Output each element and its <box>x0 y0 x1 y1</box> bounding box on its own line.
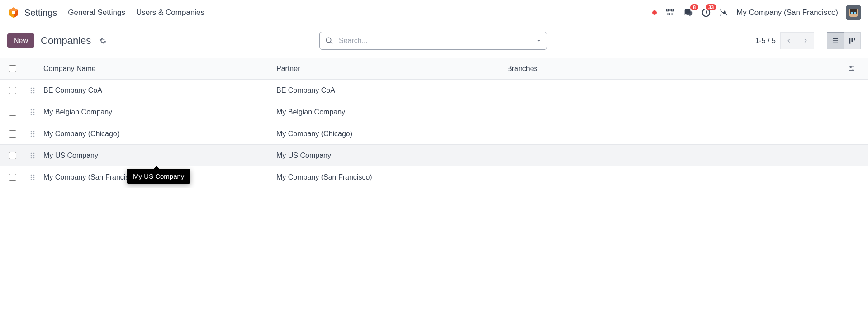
svg-point-28 <box>31 90 32 91</box>
svg-point-53 <box>33 176 35 178</box>
pager-range[interactable]: 1-5 / 5 <box>755 37 776 45</box>
nav-users-companies[interactable]: Users & Companies <box>136 8 204 17</box>
messages-badge: 8 <box>690 4 698 10</box>
header-branches[interactable]: Branches <box>507 65 843 73</box>
svg-point-45 <box>33 152 35 154</box>
svg-point-46 <box>31 155 32 156</box>
list-view-button[interactable] <box>827 32 844 49</box>
nav-general-settings[interactable]: General Settings <box>68 8 125 17</box>
pager-prev-button[interactable] <box>780 32 797 49</box>
header-partner[interactable]: Partner <box>276 65 507 73</box>
debug-tools-icon[interactable] <box>719 8 728 17</box>
svg-rect-19 <box>849 38 850 44</box>
table-row[interactable]: My Belgian Company My Belgian Company <box>0 101 868 123</box>
dialer-icon[interactable] <box>665 8 675 18</box>
svg-rect-4 <box>668 14 669 15</box>
svg-rect-21 <box>854 38 855 40</box>
svg-rect-1 <box>668 13 669 14</box>
svg-point-30 <box>31 92 32 93</box>
view-switcher <box>827 32 861 49</box>
app-logo[interactable] <box>7 6 20 19</box>
search-dropdown-toggle[interactable] <box>531 32 547 49</box>
pager-next-button[interactable] <box>797 32 814 49</box>
drag-handle-icon[interactable] <box>30 152 43 159</box>
svg-point-34 <box>31 111 32 113</box>
svg-point-23 <box>850 66 851 68</box>
row-checkbox[interactable] <box>9 130 16 138</box>
cell-partner: My Company (Chicago) <box>276 130 507 138</box>
svg-point-40 <box>31 133 32 134</box>
cell-partner: My Company (San Francisco) <box>276 173 507 181</box>
activities-badge: 33 <box>706 4 716 10</box>
cell-company-name: BE Company CoA <box>43 86 276 95</box>
svg-point-29 <box>33 90 35 91</box>
svg-rect-3 <box>672 13 673 14</box>
cell-partner: My US Company <box>276 152 507 160</box>
svg-point-27 <box>33 87 35 89</box>
breadcrumb-title[interactable]: Companies <box>41 35 91 47</box>
topbar-right: 8 33 My Company (San Francisco) <box>652 5 861 20</box>
messages-icon[interactable]: 8 <box>683 8 693 18</box>
user-avatar[interactable] <box>846 5 861 20</box>
svg-point-32 <box>31 109 32 110</box>
cell-company-name: My Belgian Company <box>43 108 276 116</box>
svg-rect-12 <box>851 12 853 14</box>
recording-indicator <box>652 10 657 15</box>
row-checkbox[interactable] <box>9 109 16 116</box>
svg-rect-2 <box>669 13 670 14</box>
drag-handle-icon[interactable] <box>30 130 43 138</box>
svg-point-0 <box>12 11 15 14</box>
drag-handle-icon[interactable] <box>30 109 43 116</box>
row-checkbox[interactable] <box>9 152 16 159</box>
pager: 1-5 / 5 <box>755 32 861 49</box>
topbar: Settings General Settings Users & Compan… <box>0 0 868 25</box>
view-settings-icon[interactable] <box>99 37 106 44</box>
svg-point-47 <box>33 155 35 156</box>
current-company[interactable]: My Company (San Francisco) <box>736 8 838 17</box>
svg-point-14 <box>326 38 331 43</box>
cell-partner: BE Company CoA <box>276 86 507 95</box>
svg-point-35 <box>33 111 35 113</box>
svg-point-54 <box>31 179 32 180</box>
svg-rect-20 <box>852 38 853 42</box>
new-button[interactable]: New <box>7 33 34 48</box>
table-row[interactable]: My Company (Chicago) My Company (Chicago… <box>0 123 868 145</box>
table-row[interactable]: My US Company My US Company My US Compan… <box>0 145 868 166</box>
search-box <box>319 32 547 50</box>
header-company-name[interactable]: Company Name <box>43 65 276 73</box>
cell-company-name: My Company (Chicago) <box>43 130 276 138</box>
svg-point-43 <box>33 135 35 137</box>
tooltip: My US Company <box>127 169 190 184</box>
svg-point-26 <box>31 87 32 89</box>
svg-point-55 <box>33 179 35 180</box>
kanban-view-button[interactable] <box>844 32 861 49</box>
drag-handle-icon[interactable] <box>30 87 43 94</box>
cell-partner: My Belgian Company <box>276 108 507 116</box>
control-bar: New Companies 1-5 / 5 <box>0 25 868 58</box>
activities-icon[interactable]: 33 <box>701 8 711 18</box>
table-header: Company Name Partner Branches <box>0 58 868 80</box>
row-checkbox[interactable] <box>9 87 16 94</box>
select-all-checkbox[interactable] <box>9 65 16 72</box>
app-title[interactable]: Settings <box>24 8 57 18</box>
svg-rect-5 <box>669 14 670 15</box>
drag-handle-icon[interactable] <box>30 174 43 181</box>
svg-point-37 <box>33 114 35 115</box>
row-checkbox[interactable] <box>9 174 16 181</box>
svg-point-41 <box>33 133 35 134</box>
search-icon <box>320 37 339 45</box>
svg-rect-6 <box>672 14 673 15</box>
svg-point-52 <box>31 176 32 178</box>
optional-columns-icon[interactable] <box>843 65 861 73</box>
table-row[interactable]: BE Company CoA BE Company CoA <box>0 80 868 101</box>
svg-point-42 <box>31 135 32 137</box>
svg-point-25 <box>852 70 854 71</box>
svg-point-39 <box>33 131 35 132</box>
svg-point-36 <box>31 114 32 115</box>
svg-rect-13 <box>854 12 856 14</box>
svg-rect-10 <box>850 9 857 12</box>
svg-point-31 <box>33 92 35 93</box>
search-input[interactable] <box>339 32 531 49</box>
svg-point-49 <box>33 157 35 158</box>
svg-point-38 <box>31 131 32 132</box>
